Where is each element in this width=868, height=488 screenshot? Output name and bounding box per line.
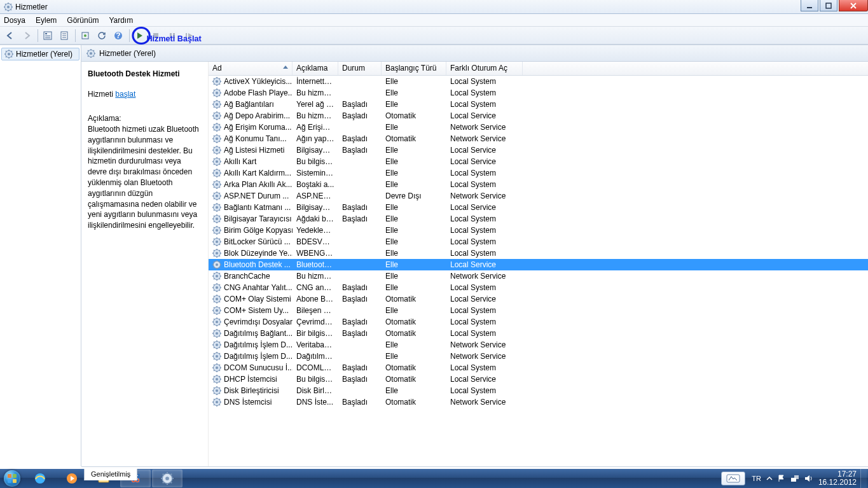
- minimize-button[interactable]: [801, 0, 818, 11]
- show-desktop-button[interactable]: [860, 469, 867, 488]
- svg-rect-5: [45, 33, 47, 34]
- table-row[interactable]: Arka Plan Akıllı Ak...Boştaki a...ElleLo…: [209, 179, 868, 190]
- tray-clock[interactable]: 17:27 16.12.2012: [818, 470, 857, 487]
- col-status[interactable]: Durum: [338, 62, 382, 75]
- tray-lang[interactable]: TR: [752, 475, 761, 482]
- svg-rect-18: [173, 33, 175, 38]
- table-row[interactable]: Ağ Depo Arabirim...Bu hizmet...BaşladıOt…: [209, 110, 868, 122]
- svg-point-13: [84, 34, 86, 37]
- table-row[interactable]: Disk BirleştiricisiDisk Birleş...ElleLoc…: [209, 385, 868, 396]
- table-row[interactable]: Bluetooth Destek ...Bluetooth...ElleLoca…: [209, 259, 868, 270]
- center-header: Hizmetler (Yerel): [81, 45, 868, 62]
- export-button[interactable]: [78, 29, 93, 43]
- table-row[interactable]: COM+ Sistem Uy...Bileşen N...ElleLocal S…: [209, 305, 868, 316]
- stop-service-button[interactable]: [148, 29, 163, 43]
- taskbar-services[interactable]: [152, 470, 183, 487]
- table-row[interactable]: ASP.NET Durum ...ASP.NET i...Devre DışıN…: [209, 190, 868, 202]
- table-row[interactable]: Ağ BağlantılarıYerel ağ il...BaşladıElle…: [209, 99, 868, 110]
- tray-flag-icon[interactable]: [778, 475, 785, 482]
- gear-icon: [212, 77, 221, 86]
- col-name[interactable]: Ad: [209, 62, 293, 75]
- gear-icon: [212, 226, 221, 235]
- tray-network-icon[interactable]: [790, 475, 799, 482]
- table-row[interactable]: Adobe Flash Playe...Bu hizmet...ElleLoca…: [209, 87, 868, 99]
- gear-icon: [212, 352, 221, 361]
- table-row[interactable]: Dağıtılmış Bağlant...Bir bilgisa...Başla…: [209, 328, 868, 339]
- svg-rect-16: [153, 33, 158, 38]
- menu-file[interactable]: Dosya: [4, 16, 25, 25]
- tray-volume-icon[interactable]: [804, 475, 812, 482]
- gear-icon: [212, 295, 221, 303]
- close-button[interactable]: [839, 0, 868, 11]
- gear-icon: [212, 134, 221, 143]
- maximize-button[interactable]: [820, 0, 837, 11]
- tablet-input-button[interactable]: [721, 471, 745, 485]
- col-logon[interactable]: Farklı Oturum Aç: [446, 62, 523, 75]
- menu-view[interactable]: Görünüm: [67, 16, 99, 25]
- properties-button[interactable]: [57, 29, 72, 43]
- table-row[interactable]: CNG Anahtar Yalıt...CNG ana...BaşladıEll…: [209, 282, 868, 293]
- table-row[interactable]: BitLocker Sürücü ...BDESVC, ...ElleLocal…: [209, 236, 868, 247]
- tab-extended[interactable]: Genişletilmiş: [84, 469, 137, 480]
- col-desc[interactable]: Açıklama: [293, 62, 338, 75]
- table-row[interactable]: Birim Gölge KopyasıYedeklem...ElleLocal …: [209, 225, 868, 236]
- taskbar-ie[interactable]: [25, 470, 55, 487]
- start-service-link[interactable]: başlat: [115, 90, 135, 99]
- show-hide-tree-button[interactable]: [40, 29, 55, 43]
- menu-help[interactable]: Yardım: [109, 16, 133, 25]
- table-row[interactable]: Dağıtılmış İşlem D...Veritabanl...ElleNe…: [209, 339, 868, 351]
- table-row[interactable]: Ağ Erişim Koruma...Ağ Erişim ...ElleNetw…: [209, 122, 868, 133]
- start-service-button[interactable]: [132, 29, 147, 43]
- list-body[interactable]: ActiveX Yükleyicis...İnternette...ElleLo…: [209, 76, 868, 466]
- table-row[interactable]: ActiveX Yükleyicis...İnternette...ElleLo…: [209, 76, 868, 87]
- table-row[interactable]: Akıllı KartBu bilgisa...ElleLocal Servic…: [209, 156, 868, 167]
- table-row[interactable]: DNS İstemcisiDNS İste...BaşladıOtomatikN…: [209, 396, 868, 408]
- table-row[interactable]: Bilgisayar TarayıcısıAğdaki bil...Başlad…: [209, 213, 868, 225]
- gear-icon: [212, 260, 221, 269]
- gear-icon: [212, 192, 221, 200]
- gear-icon: [212, 283, 221, 292]
- restart-service-button[interactable]: [181, 29, 196, 43]
- detail-pane: Bluetooth Destek Hizmeti Hizmeti başlat …: [81, 62, 209, 466]
- tray-up-icon[interactable]: [766, 475, 773, 482]
- gear-icon: [212, 329, 221, 338]
- gear-icon: [212, 180, 221, 189]
- table-row[interactable]: Dağıtılmış İşlem D...Dağıtılmış...ElleNe…: [209, 351, 868, 362]
- title-bar: Hizmetler: [0, 0, 868, 14]
- nav-local-services[interactable]: Hizmetler (Yerel): [1, 48, 79, 60]
- system-tray: TR 17:27 16.12.2012: [721, 469, 868, 488]
- gear-icon: [212, 272, 221, 281]
- pause-service-button[interactable]: [165, 29, 180, 43]
- table-row[interactable]: Akıllı Kart Kaldırm...Sistemin, ...ElleL…: [209, 167, 868, 179]
- service-list: Ad Açıklama Durum Başlangıç Türü Farklı …: [209, 62, 868, 466]
- gear-icon: [212, 386, 221, 395]
- table-row[interactable]: Ağ Listesi HizmetiBilgisayarı...BaşladıE…: [209, 144, 868, 156]
- menu-action[interactable]: Eylem: [36, 16, 57, 25]
- col-startup[interactable]: Başlangıç Türü: [382, 62, 446, 75]
- selected-service-name: Bluetooth Destek Hizmeti: [88, 69, 202, 78]
- gear-icon: [212, 157, 221, 166]
- back-button[interactable]: [3, 29, 18, 43]
- help-button[interactable]: ?: [111, 29, 126, 43]
- menu-bar: Dosya Eylem Görünüm Yardım: [0, 14, 868, 27]
- desc-label: Açıklama:: [88, 114, 202, 123]
- table-row[interactable]: Blok Düzeyinde Ye...WBENGIN...ElleLocal …: [209, 247, 868, 259]
- table-row[interactable]: Ağ Konumu Tanı...Ağın yapıl...BaşladıOto…: [209, 133, 868, 144]
- table-row[interactable]: COM+ Olay SistemiAbone Bil...BaşladıOtom…: [209, 293, 868, 305]
- app-icon: [4, 3, 13, 11]
- table-row[interactable]: BranchCacheBu hizmet...ElleNetwork Servi…: [209, 270, 868, 282]
- table-row[interactable]: DCOM Sunucusu İ...DCOMLA...BaşladıOtomat…: [209, 362, 868, 373]
- taskbar-wmp[interactable]: [57, 470, 87, 487]
- table-row[interactable]: DHCP İstemcisiBu bilgisa...BaşladıOtomat…: [209, 373, 868, 385]
- center-pane: Hizmetler (Yerel) Bluetooth Destek Hizme…: [81, 45, 868, 466]
- table-row[interactable]: Bağlantı Katmanı ...Bilgisayar ...Başlad…: [209, 202, 868, 213]
- table-row[interactable]: Çevrimdışı DosyalarÇevrimdış...BaşladıOt…: [209, 316, 868, 328]
- gear-icon: [212, 317, 221, 326]
- start-button[interactable]: [0, 469, 24, 488]
- svg-rect-3: [826, 3, 831, 8]
- svg-rect-6: [45, 36, 50, 36]
- svg-rect-21: [13, 474, 17, 478]
- sort-asc-icon: [283, 66, 288, 69]
- forward-button[interactable]: [19, 29, 34, 43]
- refresh-button[interactable]: [94, 29, 109, 43]
